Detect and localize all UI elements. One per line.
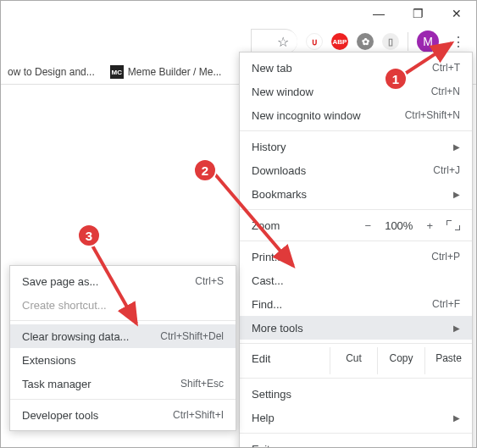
close-window-button[interactable]: ✕	[437, 1, 476, 26]
menu-exit[interactable]: Exit	[240, 437, 472, 448]
menu-label: Create shortcut...	[22, 299, 224, 312]
menu-zoom: Zoom − 100% +	[240, 213, 472, 237]
menu-label: Exit	[252, 443, 460, 449]
separator	[10, 320, 236, 321]
menu-settings[interactable]: Settings	[240, 382, 472, 406]
menu-label: Save page as...	[22, 275, 195, 288]
menu-shortcut: Ctrl+T	[432, 62, 460, 74]
kebab-menu-icon[interactable]: ⋮	[447, 30, 469, 53]
submenu-extensions[interactable]: Extensions	[10, 348, 236, 372]
menu-label: Print...	[252, 251, 431, 263]
star-icon[interactable]: ☆	[277, 34, 289, 50]
menu-help[interactable]: Help ▶	[240, 406, 472, 429]
chevron-right-icon: ▶	[453, 324, 460, 333]
menu-label: Cast...	[252, 274, 460, 287]
menu-find[interactable]: Find... Ctrl+F	[240, 292, 472, 316]
separator	[240, 209, 472, 210]
menu-print[interactable]: Print... Ctrl+P	[240, 245, 472, 268]
extension-icon[interactable]: ▯	[382, 33, 399, 50]
annotation-badge-2: 2	[193, 158, 217, 182]
separator	[240, 378, 472, 379]
submenu-create-shortcut: Create shortcut...	[10, 293, 236, 317]
menu-label: New incognito window	[252, 109, 405, 122]
submenu-developer-tools[interactable]: Developer tools Ctrl+Shift+I	[10, 403, 236, 427]
bookmark-favicon: MC	[110, 65, 124, 79]
menu-shortcut: Ctrl+S	[195, 275, 224, 287]
menu-shortcut: Ctrl+Shift+Del	[160, 330, 224, 342]
more-tools-submenu: Save page as... Ctrl+S Create shortcut..…	[9, 265, 236, 431]
menu-label: Developer tools	[22, 409, 173, 422]
bookmark-label: ow to Design and...	[8, 66, 95, 78]
extension-icon[interactable]: ✿	[357, 33, 374, 50]
chevron-right-icon: ▶	[453, 413, 460, 423]
menu-more-tools[interactable]: More tools ▶	[240, 316, 472, 340]
edit-paste-button[interactable]: Paste	[424, 347, 472, 374]
chevron-right-icon: ▶	[453, 190, 460, 199]
separator	[240, 241, 472, 241]
menu-shortcut: Ctrl+N	[431, 86, 460, 97]
annotation-badge-3: 3	[77, 224, 101, 247]
menu-label: Help	[252, 412, 446, 424]
menu-new-incognito[interactable]: New incognito window Ctrl+Shift+N	[240, 103, 472, 127]
menu-label: Zoom	[252, 219, 352, 232]
menu-label: Find...	[252, 298, 432, 311]
menu-label: More tools	[252, 322, 446, 335]
submenu-task-manager[interactable]: Task manager Shift+Esc	[10, 372, 236, 395]
bookmark-item[interactable]: MC Meme Builder / Me...	[110, 65, 222, 79]
menu-bookmarks[interactable]: Bookmarks ▶	[240, 182, 472, 206]
ublock-extension-icon[interactable]: ᴜ	[306, 33, 323, 50]
fullscreen-icon[interactable]	[446, 220, 460, 230]
menu-shortcut: Ctrl+Shift+N	[405, 109, 460, 121]
separator	[240, 130, 472, 131]
menu-label: Settings	[252, 388, 460, 401]
menu-label: Downloads	[252, 164, 433, 177]
menu-cast[interactable]: Cast...	[240, 268, 472, 292]
minimize-button[interactable]: —	[359, 1, 398, 26]
separator	[10, 399, 236, 400]
menu-new-window[interactable]: New window Ctrl+N	[240, 80, 472, 103]
edit-cut-button[interactable]: Cut	[330, 347, 377, 374]
menu-label: Clear browsing data...	[22, 330, 160, 343]
menu-label: Extensions	[22, 354, 224, 367]
menu-label: History	[252, 141, 446, 153]
separator	[240, 433, 472, 434]
menu-downloads[interactable]: Downloads Ctrl+J	[240, 158, 472, 182]
bookmark-item[interactable]: ow to Design and...	[8, 65, 95, 79]
menu-edit: Edit Cut Copy Paste	[240, 347, 472, 374]
menu-new-tab[interactable]: New tab Ctrl+T	[240, 56, 472, 80]
profile-avatar[interactable]: M	[417, 30, 439, 53]
menu-label: Edit	[240, 347, 330, 374]
menu-history[interactable]: History ▶	[240, 135, 472, 158]
menu-label: Task manager	[22, 378, 180, 390]
menu-shortcut: Ctrl+Shift+I	[173, 409, 224, 421]
menu-shortcut: Ctrl+F	[432, 298, 460, 310]
menu-shortcut: Shift+Esc	[180, 378, 224, 390]
window-controls: — ❐ ✕	[359, 1, 476, 26]
address-bar-end[interactable]: ☆	[251, 29, 297, 54]
annotation-badge-1: 1	[384, 67, 408, 91]
menu-shortcut: Ctrl+P	[431, 251, 460, 263]
maximize-button[interactable]: ❐	[398, 1, 437, 26]
submenu-clear-browsing-data[interactable]: Clear browsing data... Ctrl+Shift+Del	[10, 324, 236, 348]
submenu-save-page[interactable]: Save page as... Ctrl+S	[10, 269, 236, 293]
separator	[408, 32, 408, 51]
edit-copy-button[interactable]: Copy	[377, 347, 424, 374]
separator	[240, 343, 472, 344]
abp-extension-icon[interactable]: ABP	[331, 33, 348, 50]
zoom-in-button[interactable]: +	[423, 219, 436, 232]
bookmark-label: Meme Builder / Me...	[128, 66, 222, 78]
chevron-right-icon: ▶	[453, 142, 460, 152]
zoom-out-button[interactable]: −	[362, 219, 375, 232]
menu-label: Bookmarks	[252, 188, 446, 201]
zoom-value: 100%	[385, 219, 413, 232]
menu-shortcut: Ctrl+J	[433, 164, 460, 176]
chrome-main-menu: New tab Ctrl+T New window Ctrl+N New inc…	[239, 52, 473, 448]
